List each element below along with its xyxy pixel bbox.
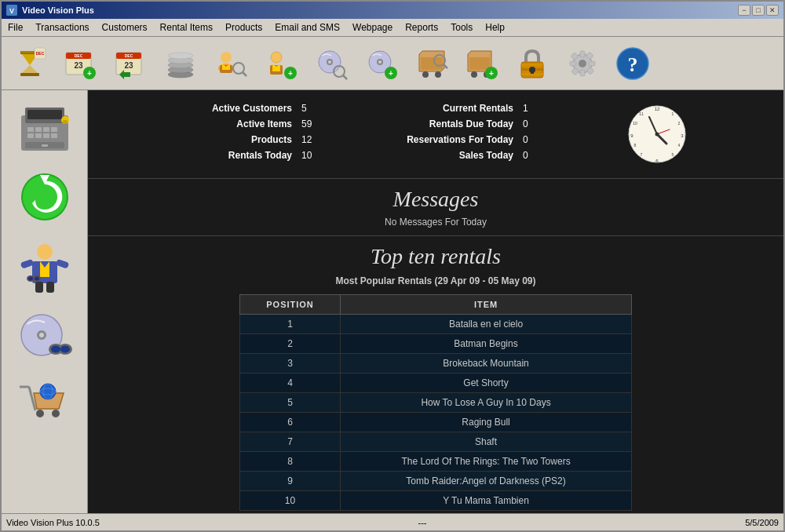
svg-text:DEC: DEC	[125, 53, 133, 58]
stat-label-products: Products	[104, 134, 292, 145]
status-separator: ---	[418, 518, 427, 527]
svg-rect-46	[421, 57, 443, 70]
sidebar-item-cart[interactable]	[9, 373, 80, 435]
minimize-button[interactable]: −	[738, 5, 750, 16]
table-cell-position: 4	[240, 373, 341, 393]
stat-row-products: Products 12	[104, 134, 325, 145]
return-calendar-button[interactable]: DEC 23	[107, 42, 154, 86]
item-search-button[interactable]	[408, 42, 455, 86]
svg-point-105	[35, 277, 39, 281]
menu-bar: File Transactions Customers Rental Items…	[2, 19, 783, 37]
svg-text:DEC: DEC	[75, 53, 83, 58]
svg-point-94	[37, 244, 53, 260]
customer-search-button[interactable]	[207, 42, 254, 86]
disc-search-button[interactable]	[308, 42, 355, 86]
svg-text:+: +	[87, 69, 92, 78]
maximize-button[interactable]: □	[752, 5, 765, 16]
svg-text:11: 11	[639, 111, 644, 116]
menu-products[interactable]: Products	[219, 20, 268, 35]
table-row: 2Batman Begins	[240, 334, 632, 354]
svg-line-29	[243, 72, 246, 76]
svg-text:2: 2	[678, 121, 681, 126]
stat-label-reservations: Reservations For Today	[325, 134, 513, 145]
sidebar-item-refresh[interactable]	[9, 166, 80, 228]
menu-email-sms[interactable]: Email and SMS	[268, 20, 346, 35]
rentals-table: POSITION ITEM 1Batalla en el cielo2Batma…	[239, 294, 632, 511]
table-cell-position: 6	[240, 413, 341, 432]
stat-row-active-items: Active Items 59	[104, 118, 325, 129]
menu-customers[interactable]: Customers	[96, 20, 154, 35]
svg-point-116	[40, 384, 56, 399]
add-item-button[interactable]: +	[458, 42, 506, 86]
stat-label-active-items: Active Items	[104, 118, 292, 129]
stat-row-active-customers: Active Customers 5	[104, 103, 325, 114]
svg-text:10: 10	[633, 121, 637, 126]
sidebar-item-cash-register[interactable]	[9, 97, 80, 159]
stat-row-reservations: Reservations For Today 0	[325, 134, 546, 145]
table-cell-item: Raging Bull	[341, 413, 632, 432]
svg-marker-32	[272, 64, 280, 71]
content-area[interactable]: Active Customers 5 Active Items 59 Produ…	[88, 90, 783, 513]
svg-rect-90	[63, 120, 68, 124]
table-cell-position: 9	[240, 472, 341, 491]
svg-point-112	[51, 346, 60, 353]
stat-label-sales-today: Sales Today	[325, 150, 513, 161]
table-header-position: POSITION	[240, 295, 341, 315]
svg-rect-79	[27, 127, 34, 132]
title-bar: V Video Vision Plus − □ ✕	[2, 2, 783, 19]
stat-value-products: 12	[301, 134, 325, 145]
svg-text:12: 12	[655, 107, 660, 111]
svg-rect-66	[580, 70, 585, 76]
svg-text:1: 1	[672, 111, 674, 116]
top-ten-title: Top ten rentals	[104, 244, 768, 269]
table-cell-position: 7	[240, 432, 341, 452]
help-button[interactable]: ?	[609, 42, 656, 86]
stack-button[interactable]	[157, 42, 204, 86]
table-cell-position: 8	[240, 452, 341, 472]
menu-reports[interactable]: Reports	[399, 20, 444, 35]
lock-button[interactable]	[509, 42, 556, 86]
menu-webpage[interactable]: Webpage	[346, 20, 399, 35]
menu-file[interactable]: File	[2, 20, 29, 35]
svg-point-47	[422, 71, 429, 78]
add-calendar-button[interactable]: DEC 23 +	[57, 42, 104, 86]
svg-rect-67	[570, 61, 576, 66]
table-cell-item: Brokeback Mountain	[341, 354, 632, 373]
svg-rect-84	[35, 133, 42, 138]
stat-value-active-items: 59	[301, 118, 325, 129]
svg-rect-97	[55, 259, 69, 269]
top-ten-subtitle: Most Popular Rentals (29 Apr 09 - 05 May…	[104, 275, 768, 286]
menu-transactions[interactable]: Transactions	[29, 20, 95, 35]
table-header-item: ITEM	[341, 295, 632, 315]
menu-tools[interactable]: Tools	[444, 20, 479, 35]
sidebar-item-staff[interactable]	[9, 235, 80, 297]
add-customer-button[interactable]: +	[257, 42, 305, 86]
menu-rental-items[interactable]: Rental Items	[154, 20, 219, 35]
svg-rect-96	[20, 259, 34, 269]
svg-text:+: +	[389, 69, 393, 78]
svg-rect-80	[35, 127, 42, 132]
svg-rect-62	[531, 70, 534, 74]
window-title: Video Vision Plus	[22, 5, 94, 15]
svg-rect-99	[46, 282, 54, 293]
sidebar-item-disc[interactable]	[9, 304, 80, 366]
toolbar: DEC DEC 23 + DEC 23	[2, 37, 783, 90]
hourglass-button[interactable]: DEC	[6, 42, 53, 86]
add-disc-button[interactable]: +	[358, 42, 405, 86]
table-row: 9Tomb Raider:Angel of Darkness (PS2)	[240, 472, 632, 491]
table-cell-item: Shaft	[341, 432, 632, 452]
table-cell-position: 2	[240, 334, 341, 354]
main-layout: Active Customers 5 Active Items 59 Produ…	[2, 90, 783, 513]
svg-rect-81	[43, 127, 49, 132]
settings-button[interactable]	[559, 42, 606, 86]
close-button[interactable]: ✕	[766, 5, 779, 16]
stats-right: Current Rentals 1 Rentals Due Today 0 Re…	[325, 103, 546, 166]
table-row: 7Shaft	[240, 432, 632, 452]
svg-marker-5	[22, 65, 38, 73]
table-row: 5How To Lose A Guy In 10 Days	[240, 393, 632, 413]
main-window: V Video Vision Plus − □ ✕ File Transacti…	[0, 0, 785, 532]
svg-point-108	[39, 333, 44, 337]
stat-label-rentals-due: Rentals Due Today	[325, 118, 513, 129]
table-cell-item: Get Shorty	[341, 373, 632, 393]
menu-help[interactable]: Help	[479, 20, 511, 35]
